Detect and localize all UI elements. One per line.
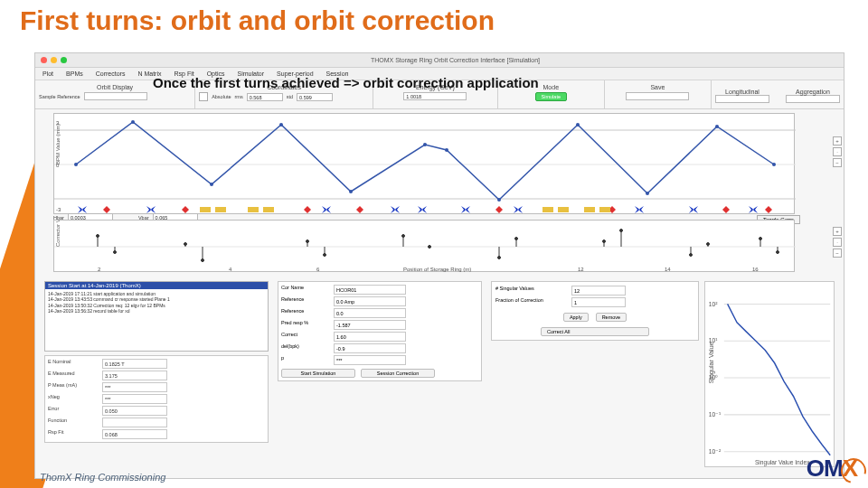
row-value: 0.068 bbox=[102, 429, 167, 439]
minimize-icon[interactable] bbox=[51, 57, 57, 63]
menu-correctors[interactable]: Correctors bbox=[96, 70, 126, 77]
svg-text:6: 6 bbox=[316, 267, 320, 272]
long-label: Longitudinal bbox=[715, 87, 769, 95]
row-value[interactable]: 12 bbox=[571, 286, 626, 296]
zoom-out-icon[interactable]: − bbox=[833, 249, 842, 258]
menu-bpms[interactable]: BPMs bbox=[66, 70, 83, 77]
svg-text:10⁻²: 10⁻² bbox=[709, 448, 722, 455]
svg-point-13 bbox=[715, 125, 719, 128]
zoom-reset-icon[interactable]: · bbox=[833, 238, 842, 247]
abs-label: Absolute bbox=[212, 94, 231, 99]
row-value: HCOR01 bbox=[334, 285, 406, 295]
close-icon[interactable] bbox=[41, 57, 47, 63]
sv-chart: 10²10¹10⁰10⁻¹10⁻² Singular Value Index S… bbox=[704, 281, 835, 467]
log-body: 14-Jan-2019 17:11:21 start application a… bbox=[45, 289, 268, 315]
start-sim-button[interactable]: Start Simulation bbox=[281, 369, 355, 378]
svg-point-28 bbox=[97, 235, 99, 238]
callout-text: Once the first turns achieved => orbit c… bbox=[153, 75, 539, 90]
row-label: Error bbox=[48, 406, 99, 416]
row-value: 1.60 bbox=[334, 332, 406, 342]
agg-label: Aggregation bbox=[786, 87, 840, 95]
remove-button[interactable]: Remove bbox=[596, 313, 627, 322]
row-value: 3.175 bbox=[102, 371, 167, 380]
svg-point-14 bbox=[772, 163, 776, 166]
svg-text:2: 2 bbox=[98, 267, 101, 272]
correct-all-button[interactable]: Correct All bbox=[541, 327, 649, 336]
row-value bbox=[102, 418, 167, 427]
svg-text:Singular Value: Singular Value bbox=[709, 342, 716, 383]
panel-a: E Nominal0.1825 T E Measured3.175 P Meas… bbox=[44, 355, 269, 443]
rms-field: 0.568 bbox=[247, 93, 283, 101]
svg-point-8 bbox=[423, 143, 427, 146]
svg-point-30 bbox=[114, 251, 117, 254]
svg-rect-21 bbox=[584, 207, 595, 212]
svg-text:Singular Value Index: Singular Value Index bbox=[755, 459, 810, 466]
row-label: p bbox=[281, 355, 330, 365]
agg-field[interactable] bbox=[786, 95, 840, 103]
menu-plot[interactable]: Plot bbox=[42, 70, 53, 77]
svg-point-38 bbox=[324, 254, 326, 257]
window-title: THOMX Storage Ring Orbit Correction Inte… bbox=[67, 57, 844, 63]
svg-rect-20 bbox=[558, 207, 569, 212]
zoom-out-icon[interactable]: − bbox=[833, 158, 842, 167]
svg-point-50 bbox=[620, 230, 623, 232]
row-label: Function bbox=[48, 418, 99, 427]
svg-point-34 bbox=[202, 259, 204, 262]
row-value: *** bbox=[334, 355, 406, 365]
zoom-in-icon[interactable]: + bbox=[833, 227, 842, 236]
svg-point-56 bbox=[760, 238, 762, 240]
svg-text:10²: 10² bbox=[709, 300, 718, 306]
svg-point-52 bbox=[690, 254, 693, 257]
svg-point-46 bbox=[515, 238, 518, 240]
panel-b: Cor NameHCOR01 Reference0.0 Amp Referenc… bbox=[278, 281, 482, 381]
svg-point-4 bbox=[131, 120, 135, 124]
panel-c: # Singular Values12 Fraction of Correcti… bbox=[491, 281, 699, 341]
svg-rect-17 bbox=[248, 207, 259, 212]
row-label: xNeg bbox=[48, 394, 99, 404]
window-controls[interactable] bbox=[41, 57, 67, 63]
save-field[interactable] bbox=[626, 92, 689, 100]
row-value: 0.0 Amp bbox=[334, 296, 406, 306]
row-label: Pred resp % bbox=[281, 320, 330, 330]
svg-text:12: 12 bbox=[578, 267, 584, 272]
zoom-in-icon[interactable]: + bbox=[833, 136, 842, 145]
chart-area: BPM Value (mm) 30-3 Hbar0.0003 Vbar0.065… bbox=[35, 109, 844, 277]
sample-ref-field[interactable] bbox=[84, 92, 147, 100]
long-field[interactable] bbox=[715, 95, 769, 103]
svg-text:Corrector Value (mrad): Corrector Value (mrad) bbox=[55, 221, 61, 247]
bottom-area: Session Start at 14-Jan-2019 (ThomX) 14-… bbox=[35, 277, 844, 473]
zoom-icon[interactable] bbox=[61, 57, 67, 63]
svg-text:10⁻¹: 10⁻¹ bbox=[709, 411, 722, 418]
svg-point-12 bbox=[646, 192, 649, 195]
slide-footer: ThomX Ring Commissioning bbox=[40, 472, 165, 483]
session-corr-button[interactable]: Session Correction bbox=[361, 369, 435, 378]
svg-point-44 bbox=[498, 257, 501, 259]
logo-text: OM bbox=[807, 455, 843, 483]
apply-button[interactable]: Apply bbox=[563, 313, 589, 322]
log-header: Session Start at 14-Jan-2019 (ThomX) bbox=[45, 282, 268, 289]
x-axis-label: Position of Storage Ring (m) bbox=[403, 267, 471, 272]
svg-point-5 bbox=[210, 183, 213, 186]
row-value: *** bbox=[102, 382, 167, 392]
simulate-button[interactable]: Simulate bbox=[535, 92, 567, 101]
row-label: Cor Name bbox=[281, 285, 330, 295]
slide-title: First turns: orbit and orbit correction bbox=[20, 5, 495, 36]
logo-x: X bbox=[843, 455, 857, 483]
save-label: Save bbox=[609, 82, 707, 90]
energy-field: 1.0018 bbox=[403, 92, 467, 100]
svg-point-58 bbox=[777, 251, 779, 254]
y1-axis-label: BPM Value (mm) bbox=[55, 124, 61, 164]
row-value[interactable]: 1 bbox=[571, 297, 626, 307]
std-label: std bbox=[287, 94, 293, 99]
zoom-reset-icon[interactable]: · bbox=[833, 147, 842, 156]
svg-text:-3: -3 bbox=[56, 207, 61, 212]
svg-rect-22 bbox=[599, 207, 610, 212]
row-label: # Singular Values bbox=[495, 286, 568, 296]
titlebar: THOMX Storage Ring Orbit Correction Inte… bbox=[35, 53, 844, 68]
svg-point-42 bbox=[429, 246, 431, 249]
abs-checkbox[interactable] bbox=[199, 92, 208, 101]
svg-rect-15 bbox=[200, 207, 211, 212]
row-value: 0.1825 T bbox=[102, 359, 167, 369]
app-window: THOMX Storage Ring Orbit Correction Inte… bbox=[34, 52, 844, 479]
corrector-chart: Corrector Value (mrad) 246Position of St… bbox=[53, 220, 795, 272]
